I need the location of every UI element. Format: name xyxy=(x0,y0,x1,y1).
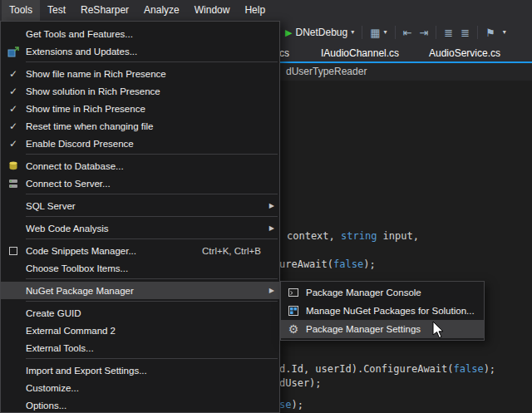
menu-item-get-tools-and-features[interactable]: Get Tools and Features... xyxy=(1,25,279,42)
menubar-item-resharper[interactable]: ReSharper xyxy=(73,0,136,21)
chevron-down-icon: ▾ xyxy=(351,29,354,36)
menubar-item-help[interactable]: Help xyxy=(237,0,273,21)
menu-separator xyxy=(26,358,278,359)
menu-item-nuget-package-manager[interactable]: NuGet Package Manager ▶ xyxy=(1,282,279,299)
server-icon xyxy=(7,178,19,189)
menu-item-external-tools[interactable]: External Tools... xyxy=(1,339,279,356)
console-icon xyxy=(288,287,299,298)
menu-item-manage-nuget-packages-for-solution[interactable]: Manage NuGet Packages for Solution... xyxy=(281,302,484,320)
breadcrumb-type-label: dUserTypeReader xyxy=(286,66,367,77)
menu-item-connect-to-database[interactable]: Connect to Database... xyxy=(1,157,279,175)
checkmark-icon: ✓ xyxy=(9,68,17,80)
tab-iaudiochannel[interactable]: IAudioChannel.cs xyxy=(314,45,406,61)
chevron-down-icon[interactable]: ▾ xyxy=(503,29,506,36)
start-debug-icon: ▶ xyxy=(285,28,292,37)
attach-button[interactable]: ▦ ▾ xyxy=(370,27,387,38)
menu-separator xyxy=(26,194,278,194)
menu-item-choose-toolbox-items[interactable]: Choose Toolbox Items... xyxy=(1,259,279,277)
navigate-back-icon[interactable]: ⇤ xyxy=(403,27,412,38)
menu-separator xyxy=(26,154,278,155)
gear-icon: ⚙ xyxy=(288,322,299,336)
checkmark-icon: ✓ xyxy=(9,86,17,97)
menu-item-show-time-in-rich-presence[interactable]: ✓ Show time in Rich Presence xyxy=(1,100,279,117)
packages-icon xyxy=(288,305,299,317)
code-line: dUser); xyxy=(279,377,322,389)
start-debug-button[interactable]: ▶ DNetDebug ▾ xyxy=(285,27,354,38)
chevron-down-icon: ▾ xyxy=(383,29,387,36)
toolbar-separator xyxy=(436,26,436,39)
code-line: context, string input, xyxy=(287,230,419,242)
menu-separator xyxy=(26,61,278,62)
menubar: Tools Test ReSharper Analyze Window Help xyxy=(0,0,532,21)
menubar-item-test[interactable]: Test xyxy=(40,0,73,21)
toolbar-separator xyxy=(395,26,396,39)
database-icon xyxy=(7,160,19,172)
menu-item-web-code-analysis[interactable]: Web Code Analysis ▶ xyxy=(1,219,279,237)
menu-item-show-file-name-in-rich-presence[interactable]: ✓ Show file name in Rich Presence xyxy=(1,65,279,82)
bookmark-icon[interactable]: ⚑ xyxy=(485,27,495,38)
menu-item-show-solution-in-rich-presence[interactable]: ✓ Show solution in Rich Presence xyxy=(1,82,279,100)
menu-separator xyxy=(26,216,278,217)
code-line: ureAwait(false); xyxy=(279,258,376,270)
menubar-item-window[interactable]: Window xyxy=(187,0,238,21)
snippets-icon xyxy=(7,245,19,257)
menubar-item-tools[interactable]: Tools xyxy=(2,0,40,21)
menu-item-customize[interactable]: Customize... xyxy=(1,379,279,396)
checkmark-icon: ✓ xyxy=(9,138,17,150)
submenu-arrow-icon: ▶ xyxy=(264,224,274,232)
menu-item-package-manager-console[interactable]: Package Manager Console xyxy=(281,283,484,302)
code-line: d.Id, userId).ConfigureAwait(false); xyxy=(279,363,495,375)
navigate-forward-icon[interactable]: ⇥ xyxy=(419,27,428,38)
menubar-item-analyze[interactable]: Analyze xyxy=(136,0,187,21)
toolbar-separator xyxy=(477,26,478,39)
extensions-icon xyxy=(7,46,19,57)
menu-item-options[interactable]: Options... xyxy=(1,396,279,413)
toolbar-separator xyxy=(362,26,362,39)
code-line: se); xyxy=(279,399,303,411)
menu-item-package-manager-settings[interactable]: ⚙ Package Manager Settings xyxy=(281,320,484,338)
menu-item-import-and-export-settings[interactable]: Import and Export Settings... xyxy=(1,361,279,379)
menu-separator xyxy=(26,238,278,239)
menu-item-code-snippets-manager[interactable]: Code Snippets Manager... Ctrl+K, Ctrl+B xyxy=(1,242,279,259)
menu-separator xyxy=(26,301,278,302)
menu-shortcut: Ctrl+K, Ctrl+B xyxy=(202,246,261,256)
nuget-submenu: Package Manager Console Manage NuGet Pac… xyxy=(280,281,485,341)
list-members-icon[interactable]: ≣ xyxy=(444,27,453,38)
checkmark-icon: ✓ xyxy=(9,120,17,132)
menu-separator xyxy=(26,278,278,279)
tools-menu: Get Tools and Features... Extensions and… xyxy=(0,21,280,413)
menu-item-extensions-and-updates[interactable]: Extensions and Updates... xyxy=(1,42,279,60)
menu-item-external-command-2[interactable]: External Command 2 xyxy=(1,322,279,339)
checkmark-icon: ✓ xyxy=(9,103,17,115)
menu-item-reset-time-when-changing-file[interactable]: ✓ Reset time when changing file xyxy=(1,117,279,135)
menu-item-sql-server[interactable]: SQL Server ▶ xyxy=(1,197,279,214)
menu-item-enable-discord-presence[interactable]: ✓ Enable Discord Presence xyxy=(1,135,279,152)
parameter-info-icon[interactable]: ≣ xyxy=(461,27,470,38)
submenu-arrow-icon: ▶ xyxy=(264,202,274,209)
attach-icon: ▦ xyxy=(370,27,380,38)
submenu-arrow-icon: ▶ xyxy=(264,287,274,294)
menu-item-create-guid[interactable]: Create GUID xyxy=(1,304,279,322)
run-config-label: DNetDebug xyxy=(295,27,347,38)
menu-item-connect-to-server[interactable]: Connect to Server... xyxy=(1,175,279,192)
tab-audioservice[interactable]: AudioService.cs xyxy=(422,45,507,61)
